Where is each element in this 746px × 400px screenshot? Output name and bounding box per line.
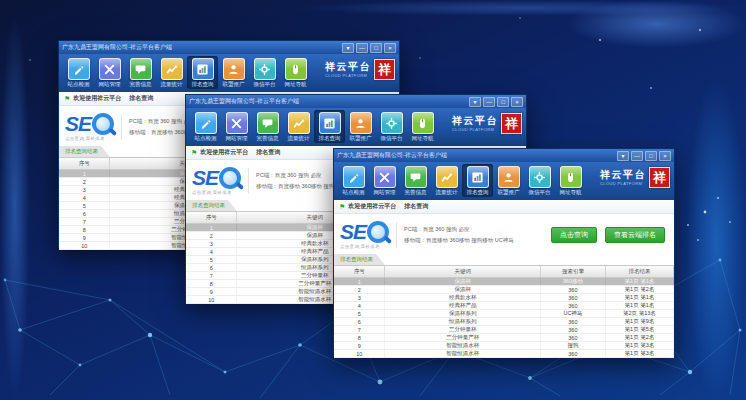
table-body: 1保温杯360移动第1页 第1名2保温杯360第1页 第2名3经典款水杯360第… [334, 278, 674, 358]
toolbar-item-platform-gear[interactable]: 微信平台 [376, 110, 407, 143]
row-number: 3 [334, 294, 385, 301]
column-header[interactable]: 序号 [186, 212, 237, 223]
toolbar-item-site-manage[interactable]: 网站管理 [94, 56, 125, 89]
toolbar-item-mouse[interactable]: 网址导航 [407, 110, 438, 143]
table-row[interactable]: 3经典款水杯360第1页 第1名 [334, 294, 674, 302]
toolbar-item-platform-gear[interactable]: 微信平台 [524, 164, 555, 197]
magnifier-icon [367, 221, 389, 243]
rank-result-cell: 第2页 第13名 [606, 310, 674, 317]
window-titlebar[interactable]: 广东九鼎王盟网有限公司-祥云平台客户端 ▾ — □ × [186, 95, 526, 108]
table-row[interactable]: 6恒温杯系列360第1页 第9名 [334, 318, 674, 326]
cloud-rank-button[interactable]: 查看云端排名 [605, 227, 665, 243]
seo-logo: SE 点击查询,竞价排名 [340, 221, 389, 249]
app-window: 广东九鼎王盟网有限公司-祥云平台客户端 ▾ — □ × 站点检测网站管理完善信息… [333, 148, 675, 356]
table-row[interactable]: 2保温杯360第1页 第2名 [334, 286, 674, 294]
close-button[interactable]: × [511, 97, 523, 107]
toolbar-item-traffic-chart[interactable]: 流量统计 [431, 164, 462, 197]
search-engine-cell: 360移动 [541, 278, 606, 285]
flag-icon: ⚑ [64, 95, 70, 102]
row-number: 3 [186, 240, 237, 247]
table-row[interactable]: 5保温杯系列UC神马第2页 第13名 [334, 310, 674, 318]
skin-button[interactable]: ▾ [469, 97, 481, 107]
minimize-button[interactable]: — [483, 97, 495, 107]
window-titlebar[interactable]: 广东九鼎王盟网有限公司-祥云平台客户端 ▾ — □ × [59, 41, 399, 54]
column-header[interactable]: 搜索引擎 [541, 266, 606, 277]
rank-result-cell: 第1页 第5名 [606, 326, 674, 333]
welcome-text: 欢迎使用祥云平台 [348, 202, 396, 211]
toolbar-item-rank-chart[interactable]: 排名查询 [462, 164, 493, 197]
toolbar-item-label: 网址导航 [412, 135, 434, 142]
skin-button[interactable]: ▾ [617, 151, 629, 161]
toolbar-item-mouse[interactable]: 网址导航 [555, 164, 586, 197]
column-header[interactable]: 序号 [59, 158, 110, 169]
keyword-cell: 智能恒温水杯 [385, 342, 541, 349]
toolbar-item-site-check[interactable]: 站点检测 [190, 110, 221, 143]
window-controls: ▾ — □ × [342, 43, 396, 53]
tab-rank-results[interactable]: 排名查询结果 [59, 146, 110, 157]
toolbar-item-traffic-chart[interactable]: 流量统计 [283, 110, 314, 143]
site-check-icon [343, 166, 365, 188]
row-number: 10 [186, 296, 237, 303]
window-titlebar[interactable]: 广东九鼎王盟网有限公司-祥云平台客户端 ▾ — □ × [334, 149, 674, 162]
toolbar-item-site-manage[interactable]: 网站管理 [369, 164, 400, 197]
brand-seal: 祥 [649, 167, 670, 188]
table-row[interactable]: 4经典杯产品360第1页 第1名 [334, 302, 674, 310]
brand-logo: 祥云平台 CLOUD PLATFORM 祥 [600, 164, 670, 188]
engine-list: PC端：百度 360 搜狗 必应 移动端：百度移动 360移动 搜狗移动 UC神… [404, 226, 514, 244]
site-check-icon [68, 58, 90, 80]
row-number: 1 [186, 224, 237, 231]
toolbar-item-message[interactable]: 完善信息 [252, 110, 283, 143]
tab-rank-results[interactable]: 排名查询结果 [186, 200, 237, 211]
maximize-button[interactable]: □ [645, 151, 657, 161]
toolbar-item-message[interactable]: 完善信息 [125, 56, 156, 89]
maximize-button[interactable]: □ [497, 97, 509, 107]
toolbar-item-label: 微信平台 [381, 135, 403, 142]
brand-seal: 祥 [501, 113, 522, 134]
traffic-chart-icon [161, 58, 183, 80]
maximize-button[interactable]: □ [370, 43, 382, 53]
tab-rank-results[interactable]: 排名查询结果 [334, 254, 385, 265]
table-row[interactable]: 8三分钟量产杯360第1页 第2名 [334, 334, 674, 342]
row-number: 1 [59, 170, 110, 177]
query-button[interactable]: 点击查询 [551, 227, 597, 243]
toolbar-item-rank-chart[interactable]: 排名查询 [187, 56, 218, 89]
toolbar-item-promotion-user[interactable]: 联盟推广 [345, 110, 376, 143]
column-header[interactable]: 排名结果 [606, 266, 674, 277]
toolbar-item-label: 联盟推广 [223, 81, 245, 88]
toolbar-item-site-manage[interactable]: 网站管理 [221, 110, 252, 143]
close-button[interactable]: × [659, 151, 671, 161]
toolbar-item-mouse[interactable]: 网址导航 [280, 56, 311, 89]
column-header[interactable]: 关键词 [385, 266, 541, 277]
toolbar-items: 站点检测网站管理完善信息流量统计排名查询联盟推广微信平台网址导航 [338, 164, 586, 197]
brand-subtitle: CLOUD PLATFORM [325, 73, 371, 78]
toolbar-item-message[interactable]: 完善信息 [400, 164, 431, 197]
table-row[interactable]: 7三分钟量杯360第1页 第5名 [334, 326, 674, 334]
toolbar-item-rank-chart[interactable]: 排名查询 [314, 110, 345, 143]
toolbar-item-label: 站点检测 [343, 189, 365, 196]
row-number: 2 [334, 286, 385, 293]
close-button[interactable]: × [384, 43, 396, 53]
toolbar-item-site-check[interactable]: 站点检测 [63, 56, 94, 89]
row-number: 9 [186, 288, 237, 295]
message-icon [130, 58, 152, 80]
table-row[interactable]: 9智能恒温水杯搜狗第1页 第3名 [334, 342, 674, 350]
toolbar-item-label: 排名查询 [192, 81, 214, 88]
window-controls: ▾ — □ × [617, 151, 671, 161]
toolbar-item-traffic-chart[interactable]: 流量统计 [156, 56, 187, 89]
table-row[interactable]: 10智能恒温水杯360第1页 第3名 [334, 350, 674, 358]
minimize-button[interactable]: — [631, 151, 643, 161]
toolbar-item-platform-gear[interactable]: 微信平台 [249, 56, 280, 89]
toolbar-item-site-check[interactable]: 站点检测 [338, 164, 369, 197]
table-row[interactable]: 1保温杯360移动第1页 第1名 [334, 278, 674, 286]
mouse-icon [285, 58, 307, 80]
skin-button[interactable]: ▾ [342, 43, 354, 53]
brand-title: 祥云平台 [325, 62, 371, 72]
column-header[interactable]: 序号 [334, 266, 385, 277]
seo-logo-text: SE [65, 113, 91, 135]
toolbar-item-promotion-user[interactable]: 联盟推广 [218, 56, 249, 89]
site-manage-icon [226, 112, 248, 134]
minimize-button[interactable]: — [356, 43, 368, 53]
toolbar-item-promotion-user[interactable]: 联盟推广 [493, 164, 524, 197]
search-engine-cell: 360 [541, 334, 606, 341]
seo-tagline: 点击查询,竞价排名 [65, 136, 114, 141]
